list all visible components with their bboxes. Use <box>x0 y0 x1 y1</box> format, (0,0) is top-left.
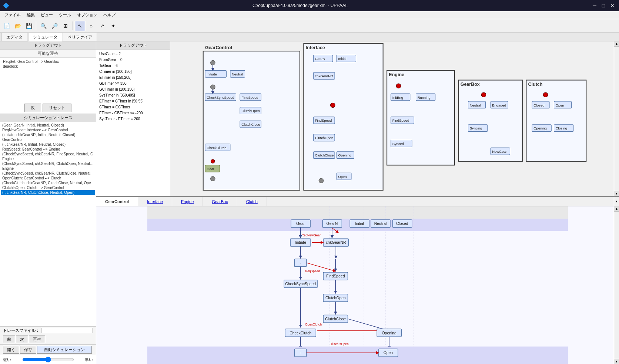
scroll-down-btn[interactable]: ▼ <box>614 191 619 196</box>
sim-canvas[interactable]: Gear GearN Initial Neutral C <box>96 206 619 364</box>
trace-item[interactable]: Engine <box>1 166 95 171</box>
trace-item[interactable]: ReqNewGear: Interface --> GearControl <box>1 128 95 132</box>
title-bar: 🔷 C:/opt/uppaal-4.0.9a/5model/gear.xml -… <box>0 0 619 11</box>
svg-point-42 <box>319 178 324 183</box>
diagram-canvas[interactable]: GearControl Initiate Neutral CheckSyncSp… <box>170 41 619 196</box>
svg-text:ClutchClose: ClutchClose <box>325 317 346 321</box>
drag-out-line: ETimer - GBTimer <= -200 <box>99 110 167 116</box>
svg-text:Closed: Closed <box>533 103 544 107</box>
menu-help[interactable]: ヘルプ <box>100 11 118 18</box>
svg-point-31 <box>331 103 335 108</box>
tab-simulator[interactable]: シミュレータ <box>28 33 62 41</box>
trace-item[interactable]: (CheckSyncSpeed, chkGearNR, ClutchOpen, … <box>1 161 95 166</box>
nav-tab-engine[interactable]: Engine <box>172 197 203 206</box>
trace-item[interactable]: ReqSpeed: GearControl --> Engine <box>1 147 95 152</box>
svg-text:Clutch: Clutch <box>528 82 543 87</box>
gc-title: GearControl <box>205 45 232 50</box>
toolbar-edge[interactable]: ↗ <box>97 21 107 31</box>
svg-text:OpenClutch: OpenClutch <box>305 323 322 326</box>
svg-text:ClutchOpen: ClutchOpen <box>241 109 260 113</box>
drag-out-line: CTimer in [100,150] <box>99 69 167 75</box>
drag-out-line: ToGear = 6 <box>99 63 167 69</box>
trace-item[interactable]: GearControl <box>1 137 95 142</box>
drag-out-line: SysTimer in [350,405] <box>99 92 167 98</box>
sim-scroll-down[interactable]: ▼ <box>614 359 619 364</box>
toolbar-save[interactable]: 💾 <box>24 21 34 31</box>
trace-item[interactable]: OpenClutch: GearControl --> Clutch <box>1 176 95 181</box>
sim-scroll-track[interactable] <box>614 212 619 359</box>
trace-item[interactable]: ClutchIsOpen: Clutch --> GearControl <box>1 185 95 190</box>
svg-text:Interface: Interface <box>306 45 325 50</box>
transition-item[interactable]: deadlock <box>1 64 94 69</box>
svg-text:Open: Open <box>338 175 347 179</box>
svg-text:Initial: Initial <box>355 222 364 226</box>
tab-verifier[interactable]: ベリファイア <box>63 33 97 41</box>
menu-view[interactable]: ビュー <box>38 11 56 18</box>
toolbar-circle[interactable]: ○ <box>86 21 96 31</box>
menu-edit[interactable]: 編集 <box>24 11 38 18</box>
maximize-button[interactable]: □ <box>600 2 607 9</box>
scroll-up-btn[interactable]: ▲ <box>614 41 619 47</box>
nav-tab-gc[interactable]: GearControl <box>96 197 138 206</box>
toolbar-zoom-out[interactable]: 🔎 <box>49 21 60 31</box>
sim-scroll-up[interactable]: ▲ <box>614 206 619 212</box>
auto-sim-button[interactable]: 自動シミュレーション <box>37 346 92 354</box>
nav-scroll-up[interactable]: ▲ <box>614 197 619 206</box>
trace-item[interactable]: (CheckSyncSpeed, chkGearNR, ClutchClose,… <box>1 171 95 176</box>
file-btn-row: 開く 保存 自動シミュレーション <box>0 345 96 355</box>
svg-text:Engaged: Engaged <box>492 103 506 107</box>
trace-item[interactable]: Engine <box>1 156 95 161</box>
minimize-button[interactable]: ─ <box>591 2 598 9</box>
toolbar-new[interactable]: 📄 <box>1 21 12 31</box>
sim-vscroll[interactable]: ▲ ▼ <box>614 206 619 364</box>
trace-item[interactable]: (CheckSyncSpeed, chkGearNR, FindSpeed, N… <box>1 152 95 156</box>
nav-tab-iface[interactable]: Interface <box>138 197 172 206</box>
toolbar-select[interactable]: ↖ <box>75 21 85 31</box>
svg-text:Open: Open <box>384 351 393 355</box>
next-button[interactable]: 次 <box>24 104 41 112</box>
speed-slider[interactable] <box>22 357 74 363</box>
top-area: ドラッグアウト UseCase = 2FromGear = 0ToGear = … <box>96 41 619 197</box>
trace-item[interactable]: (CheckClutch, chkGearNR, ClutchClose, Ne… <box>1 181 95 185</box>
svg-text:-: - <box>300 261 301 265</box>
trace-item[interactable]: (Initiate, chkGearNR, Initial, Neutral, … <box>1 132 95 137</box>
nav-tab-gearbox[interactable]: GearBox <box>203 197 237 206</box>
menu-tools[interactable]: ツール <box>56 11 74 18</box>
next2-button[interactable]: 次 <box>16 336 28 343</box>
transitions-list[interactable]: ReqSet: GearControl --> GearBox deadlock <box>0 58 96 102</box>
toolbar-zoom-fit[interactable]: ⊞ <box>60 21 71 31</box>
tab-editor[interactable]: エディタ <box>1 33 27 41</box>
trace-item[interactable]: (-, chkGearNR, Initial, Neutral, Closed) <box>1 142 95 147</box>
prev-button[interactable]: 前 <box>3 336 15 343</box>
svg-text:ClutchOpen: ClutchOpen <box>325 296 346 300</box>
svg-point-20 <box>211 176 215 181</box>
trace-file-input[interactable] <box>41 328 93 333</box>
svg-text:Opening: Opening <box>338 153 351 157</box>
save-button[interactable]: 保存 <box>20 346 36 354</box>
svg-point-56 <box>481 92 486 97</box>
trace-item[interactable]: (-, chkGearNR, ClutchClose, Neutral, Ope… <box>1 190 95 195</box>
svg-text:Synced: Synced <box>392 142 404 146</box>
toolbar-open[interactable]: 📂 <box>13 21 23 31</box>
play-button[interactable]: 再生 <box>29 336 45 343</box>
svg-text:CheckClutch: CheckClutch <box>290 331 311 335</box>
toolbar-nail[interactable]: ✦ <box>108 21 118 31</box>
toolbar: 📄 📂 💾 🔍 🔎 ⊞ ↖ ○ ↗ ✦ <box>0 19 619 33</box>
svg-rect-129 <box>147 347 568 364</box>
trace-list[interactable]: (Gear, GearN, Initial, Neutral, Closed)R… <box>0 122 96 326</box>
svg-text:Initiate: Initiate <box>295 240 306 245</box>
svg-text:ClutchClose: ClutchClose <box>241 122 260 127</box>
vscroll[interactable]: ▲ ▼ <box>614 41 619 196</box>
trace-item[interactable]: (Gear, GearN, Initial, Neutral, Closed) <box>1 123 95 128</box>
reset-button[interactable]: リセット <box>43 104 71 112</box>
nav-tab-clutch[interactable]: Clutch <box>237 197 267 206</box>
menu-file[interactable]: ファイル <box>1 11 24 18</box>
transition-item[interactable]: ReqSet: GearControl --> GearBox <box>1 59 94 64</box>
close-button[interactable]: ✕ <box>609 2 616 9</box>
diagram-svg: GearControl Initiate Neutral CheckSyncSp… <box>170 41 619 196</box>
open-button[interactable]: 開く <box>3 346 19 354</box>
toolbar-zoom-in[interactable]: 🔍 <box>38 21 48 31</box>
menu-options[interactable]: オプション <box>74 11 100 18</box>
scroll-track[interactable] <box>614 47 619 191</box>
right-panel: ドラッグアウト UseCase = 2FromGear = 0ToGear = … <box>96 41 619 364</box>
